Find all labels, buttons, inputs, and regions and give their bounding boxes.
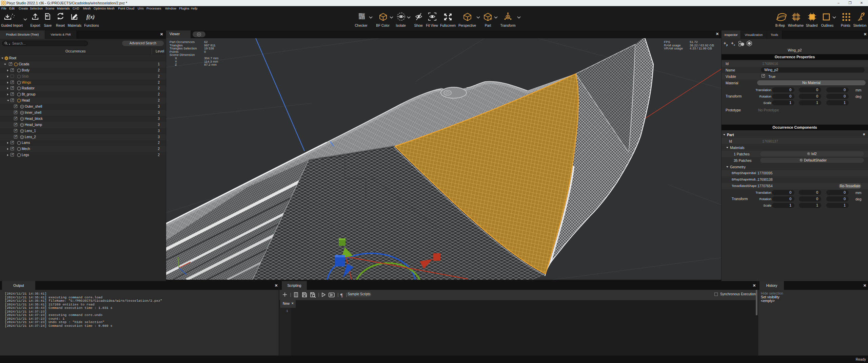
svg-text:+: + bbox=[731, 41, 734, 46]
svg-text:2: 2 bbox=[362, 14, 364, 16]
svg-text:f(x): f(x) bbox=[86, 14, 95, 20]
svg-text:1: 1 bbox=[359, 14, 361, 16]
svg-text:4: 4 bbox=[362, 17, 364, 19]
svg-text:p: p bbox=[726, 44, 728, 46]
svg-text:c: c bbox=[734, 44, 735, 46]
svg-text:+: + bbox=[724, 41, 726, 46]
svg-text:3: 3 bbox=[359, 17, 361, 19]
svg-text:¶: ¶ bbox=[340, 293, 343, 298]
